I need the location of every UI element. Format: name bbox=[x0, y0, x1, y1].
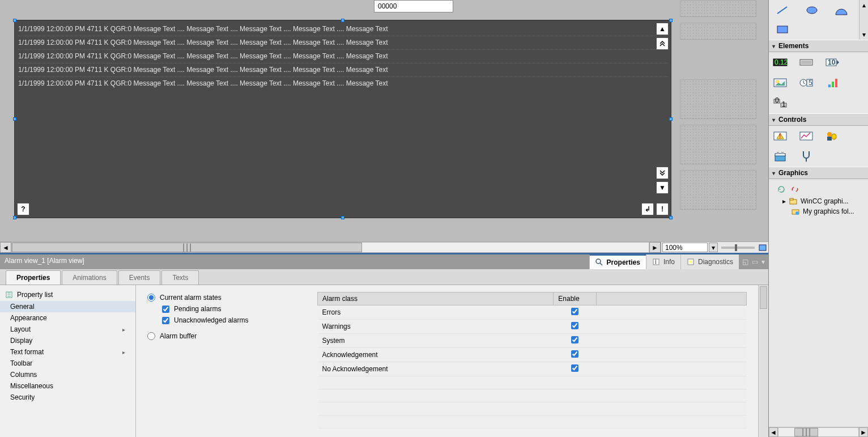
resize-handle[interactable] bbox=[669, 19, 673, 22]
col-alarm-class[interactable]: Alarm class bbox=[318, 292, 554, 306]
tab-events[interactable]: Events bbox=[118, 270, 161, 285]
resize-handle[interactable] bbox=[669, 216, 673, 219]
alarm-view-object[interactable]: 1/1/1999 12:00:00 PM 4711 K QGR:0 Messag… bbox=[14, 20, 671, 218]
checkbox-unacknowledged-alarms[interactable]: Unacknowledged alarms bbox=[147, 315, 295, 326]
tab-properties[interactable]: Properties bbox=[6, 270, 61, 285]
property-list-item[interactable]: Text format▸ bbox=[0, 346, 135, 358]
recipe-view-icon[interactable] bbox=[772, 150, 788, 163]
enable-checkbox[interactable] bbox=[571, 308, 578, 315]
placeholder-slot[interactable] bbox=[680, 0, 756, 17]
dock-icon[interactable]: ◱ bbox=[742, 258, 748, 266]
scroll-right-button[interactable]: ► bbox=[859, 427, 868, 437]
tab-texts[interactable]: Texts bbox=[161, 270, 199, 285]
scroll-right-button[interactable]: ► bbox=[649, 242, 661, 253]
switch-icon[interactable]: 01 bbox=[772, 96, 788, 110]
enable-checkbox[interactable] bbox=[571, 322, 578, 329]
line-tool-icon[interactable] bbox=[775, 3, 790, 17]
fit-to-screen-icon[interactable] bbox=[758, 243, 767, 252]
radio-alarm-buffer[interactable]: Alarm buffer bbox=[147, 330, 295, 342]
property-list-item[interactable]: Layout▸ bbox=[0, 324, 135, 335]
property-list-item[interactable]: Appearance bbox=[0, 312, 135, 324]
enable-checkbox[interactable] bbox=[571, 336, 578, 343]
controls-section-header[interactable]: Controls bbox=[769, 113, 868, 126]
help-button[interactable]: ? bbox=[17, 203, 29, 215]
property-list-item[interactable]: General bbox=[0, 301, 135, 312]
ellipse-tool-icon[interactable] bbox=[804, 3, 820, 17]
placeholder-slot[interactable] bbox=[680, 79, 756, 119]
numeric-field[interactable] bbox=[374, 0, 453, 12]
svg-rect-37 bbox=[781, 152, 784, 154]
resize-handle[interactable] bbox=[341, 19, 344, 22]
property-list-item[interactable]: Display bbox=[0, 335, 135, 346]
folder-icon bbox=[789, 197, 797, 205]
placeholder-slot[interactable] bbox=[680, 23, 756, 40]
circle-tool-icon[interactable] bbox=[833, 3, 849, 17]
header-tab-diagnostics[interactable]: Diagnostics bbox=[680, 254, 739, 269]
enable-checkbox[interactable] bbox=[571, 350, 578, 358]
tab-animations[interactable]: Animations bbox=[62, 270, 117, 285]
graphics-refresh-icon[interactable] bbox=[777, 185, 786, 194]
resize-handle[interactable] bbox=[13, 117, 16, 121]
svg-rect-10 bbox=[777, 26, 788, 33]
properties-vertical-scrollbar[interactable] bbox=[758, 285, 768, 437]
property-list-header: Property list bbox=[17, 291, 53, 299]
enable-checkbox[interactable] bbox=[571, 364, 578, 372]
header-tab-properties[interactable]: Properties bbox=[589, 254, 646, 269]
col-enable[interactable]: Enable bbox=[554, 292, 597, 306]
alarm-view-tool-icon[interactable]: ! bbox=[772, 129, 788, 143]
zoom-dropdown-button[interactable]: ▾ bbox=[709, 243, 718, 252]
ack-button[interactable]: ↲ bbox=[641, 203, 654, 215]
scroll-page-up-button[interactable] bbox=[656, 37, 669, 50]
scroll-page-down-button[interactable] bbox=[656, 167, 669, 179]
canvas-horizontal-scrollbar[interactable]: ◄ ⎮⎮⎮ ► ▾ bbox=[0, 241, 768, 253]
property-list-item[interactable]: Security bbox=[0, 392, 135, 403]
tree-item-my-graphics[interactable]: My graphics fol... bbox=[773, 206, 863, 217]
scroll-track[interactable]: ⎮⎮⎮ bbox=[11, 242, 649, 253]
property-list-item[interactable]: Columns bbox=[0, 369, 135, 380]
scroll-left-button[interactable]: ◄ bbox=[0, 242, 11, 253]
graphic-view-icon[interactable] bbox=[772, 76, 788, 90]
property-list-item[interactable]: Toolbar bbox=[0, 358, 135, 369]
collapse-icon[interactable]: ▾ bbox=[761, 258, 765, 266]
zoom-input[interactable] bbox=[662, 243, 708, 252]
symbolic-io-icon[interactable]: 10 bbox=[824, 56, 840, 69]
header-tab-info[interactable]: i Info bbox=[646, 254, 680, 269]
alarm-class-table: Alarm class Enable ErrorsWarningsSystemA… bbox=[317, 292, 747, 430]
rectangle-tool-icon[interactable] bbox=[775, 23, 790, 36]
scroll-left-button[interactable]: ◄ bbox=[769, 427, 778, 437]
button-tool-icon[interactable] bbox=[798, 56, 814, 69]
graphics-link-icon[interactable] bbox=[790, 185, 799, 194]
placeholder-slot[interactable] bbox=[680, 125, 756, 164]
basic-scroll[interactable]: ▴▾ bbox=[859, 0, 868, 40]
scroll-thumb[interactable]: ⎮⎮⎮ bbox=[12, 243, 362, 252]
property-list-item[interactable]: Miscellaneous bbox=[0, 380, 135, 392]
svg-text:5: 5 bbox=[809, 79, 812, 87]
io-field-icon[interactable]: 0.12 bbox=[772, 56, 788, 69]
resize-handle[interactable] bbox=[13, 216, 16, 219]
tree-item-wincc-graphics[interactable]: ▸ WinCC graphi... bbox=[773, 196, 863, 206]
alarm-row: 1/1/1999 12:00:00 PM 4711 K QGR:0 Messag… bbox=[18, 36, 667, 49]
radio-current-alarm-states[interactable]: Current alarm states bbox=[147, 292, 295, 303]
editor-canvas[interactable]: 1/1/1999 12:00:00 PM 4711 K QGR:0 Messag… bbox=[0, 0, 768, 241]
scroll-up-button[interactable]: ▲ bbox=[656, 23, 669, 35]
user-view-icon[interactable] bbox=[824, 129, 840, 143]
checkbox-pending-alarms[interactable]: Pending alarms bbox=[147, 303, 295, 315]
graphics-section-header[interactable]: Graphics bbox=[769, 167, 868, 179]
svg-text:1: 1 bbox=[782, 100, 786, 108]
zoom-slider[interactable] bbox=[721, 247, 755, 249]
system-diagnostics-icon[interactable] bbox=[798, 150, 814, 163]
placeholder-slot[interactable] bbox=[680, 170, 756, 210]
scroll-down-button[interactable]: ▼ bbox=[656, 181, 669, 194]
bar-icon[interactable] bbox=[824, 76, 840, 90]
resize-handle[interactable] bbox=[669, 117, 673, 121]
resize-handle[interactable] bbox=[13, 19, 16, 22]
info-button[interactable]: ! bbox=[656, 203, 669, 215]
restore-icon[interactable]: ▭ bbox=[752, 258, 758, 266]
resize-handle[interactable] bbox=[341, 216, 344, 219]
elements-section-header[interactable]: Elements bbox=[769, 40, 868, 52]
graphics-horizontal-scrollbar[interactable]: ◄ ⎮⎮⎮ ► bbox=[769, 427, 868, 437]
date-time-icon[interactable]: 5 bbox=[798, 76, 814, 90]
expand-icon[interactable]: ▸ bbox=[782, 197, 786, 205]
selected-object-title: Alarm view_1 [Alarm view] bbox=[0, 254, 589, 269]
trend-view-icon[interactable] bbox=[798, 129, 814, 143]
